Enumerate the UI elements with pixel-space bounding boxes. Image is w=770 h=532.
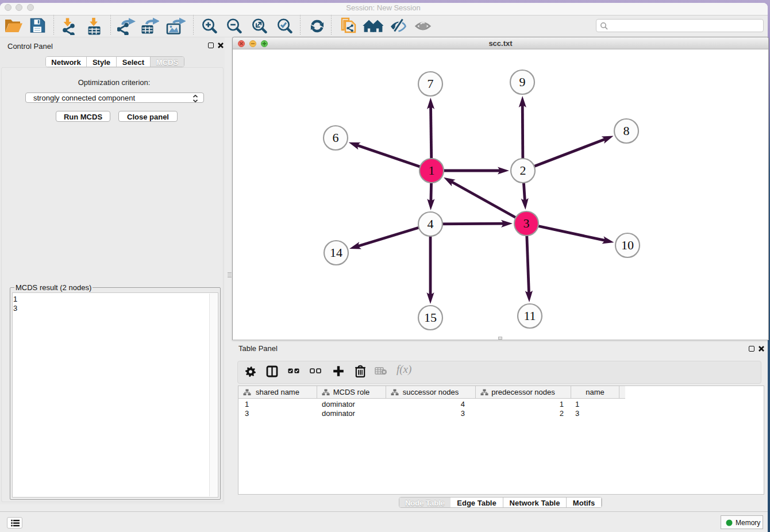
svg-text:3: 3 bbox=[523, 216, 530, 230]
svg-text:10: 10 bbox=[621, 238, 634, 252]
svg-text:11: 11 bbox=[523, 309, 536, 323]
svg-text:15: 15 bbox=[424, 310, 437, 325]
svg-text:9: 9 bbox=[519, 75, 526, 89]
svg-text:8: 8 bbox=[623, 124, 630, 138]
svg-text:7: 7 bbox=[428, 76, 434, 91]
svg-text:14: 14 bbox=[330, 245, 342, 260]
svg-text:2: 2 bbox=[520, 163, 526, 178]
svg-text:4: 4 bbox=[428, 217, 434, 231]
svg-text:1: 1 bbox=[429, 163, 435, 178]
svg-text:6: 6 bbox=[333, 130, 339, 145]
